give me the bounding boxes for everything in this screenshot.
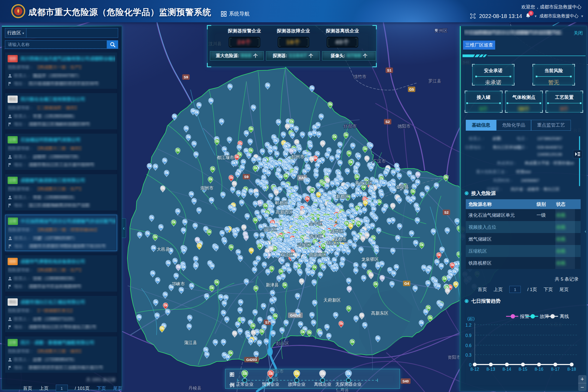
svg-text:S40: S40 <box>402 379 409 383</box>
svg-text:新津县: 新津县 <box>266 283 279 287</box>
svg-text:S9: S9 <box>244 175 249 179</box>
svg-text:成都市: 成都市 <box>333 237 347 241</box>
svg-text:高新南区: 高新南区 <box>309 253 327 257</box>
svg-text:G4203: G4203 <box>246 358 257 362</box>
svg-text:武侯区: 武侯区 <box>298 243 311 247</box>
svg-text:罗江县: 罗江县 <box>428 79 441 83</box>
svg-text:温江区: 温江区 <box>264 227 277 232</box>
svg-text:什邡市: 什邡市 <box>343 124 357 128</box>
svg-text:新都区: 新都区 <box>336 194 349 199</box>
svg-text:高新西区: 高新西区 <box>275 210 293 215</box>
svg-text:大邑县: 大邑县 <box>157 247 170 252</box>
svg-text:郫都区: 郫都区 <box>275 201 288 205</box>
svg-text:资阳市: 资阳市 <box>448 355 461 360</box>
svg-text:崇州市: 崇州市 <box>200 186 213 190</box>
svg-text:绵竹市: 绵竹市 <box>353 74 366 79</box>
svg-text:龙泉驿区: 龙泉驿区 <box>361 257 379 262</box>
svg-text:彭山区: 彭山区 <box>276 341 289 346</box>
svg-text:丹棱县: 丹棱县 <box>188 386 201 390</box>
svg-text:S1: S1 <box>387 68 391 72</box>
svg-text:金堂县: 金堂县 <box>396 185 409 189</box>
svg-text:双流区: 双流区 <box>280 253 293 257</box>
svg-text:都江堰市: 都江堰市 <box>217 155 234 160</box>
svg-text:德阳市: 德阳市 <box>397 124 411 128</box>
svg-text:广汉市: 广汉市 <box>373 159 386 163</box>
svg-text:金牛区: 金牛区 <box>309 221 322 226</box>
svg-text:天府新区: 天府新区 <box>323 298 341 302</box>
svg-text:邛崃市: 邛崃市 <box>172 281 185 286</box>
svg-text:青羊区: 青羊区 <box>310 234 323 239</box>
svg-text:S2: S2 <box>444 210 449 215</box>
svg-text:蒲江县: 蒲江县 <box>184 340 197 345</box>
svg-text:G5: G5 <box>409 87 414 91</box>
svg-text:彭州市: 彭州市 <box>291 154 304 159</box>
svg-text:G4: G4 <box>404 281 409 286</box>
svg-text:成华区: 成华区 <box>330 229 344 234</box>
svg-text:高新东区: 高新东区 <box>371 311 388 316</box>
svg-text:青白江区: 青白江区 <box>355 181 372 185</box>
svg-text:S2: S2 <box>385 120 390 124</box>
svg-text:S9: S9 <box>184 75 188 79</box>
